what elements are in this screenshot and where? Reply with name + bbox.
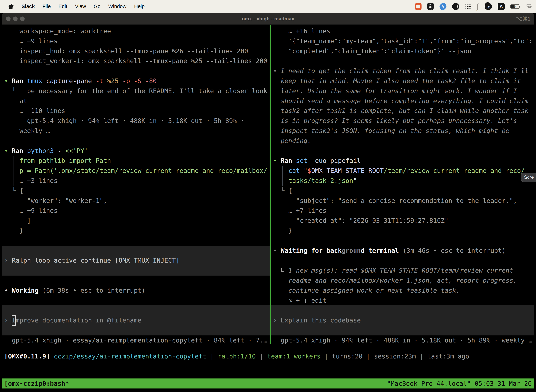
text-segment: last:3m ago xyxy=(427,353,469,360)
dots-grid-icon[interactable] xyxy=(465,3,471,10)
terminal-line xyxy=(2,325,270,336)
text-segment: task2 after task1 is complete, but can I… xyxy=(273,107,528,114)
menu-item-edit[interactable]: Edit xyxy=(58,4,67,9)
text-segment: weekly … xyxy=(4,127,50,134)
chat-icon[interactable] xyxy=(415,3,421,10)
keypad-icon[interactable] xyxy=(427,3,434,10)
indent-guide: │ xyxy=(4,156,19,166)
text-segment: … +16 lines xyxy=(273,27,330,35)
text-segment: later. Using the same for transition mig… xyxy=(273,87,517,94)
terminal-line: } xyxy=(271,226,534,236)
text-segment: p = Path('.omx/state/team/review-current… xyxy=(19,167,267,174)
terminal-line: … +110 lines xyxy=(2,106,270,116)
terminal-line xyxy=(271,305,534,315)
text-segment: inspect_hud: omx sparkshell --tmux-pane … xyxy=(4,47,248,55)
prompt-icon: › xyxy=(4,317,12,324)
apple-menu-icon[interactable] xyxy=(8,3,14,10)
terminal-line: └ { xyxy=(2,186,270,196)
working-status-line: • Working (6m 38s • esc to interrupt) xyxy=(2,285,270,296)
terminal-line: continue assigned work or next feasible … xyxy=(271,285,534,296)
text-segment: -p -S -80 xyxy=(122,77,157,84)
terminal-line: gpt-5.4 xhigh · 94% left · 488K in · 5.1… xyxy=(2,116,270,126)
indent-guide: │ xyxy=(273,176,288,186)
text-segment: continue assigned work or next feasible … xyxy=(273,287,460,294)
pane-bottom-border xyxy=(2,344,534,344)
corner-icon: └ xyxy=(4,187,19,194)
text-segment: { xyxy=(288,187,292,194)
text-segment: d terminal xyxy=(361,247,403,254)
prompt-input[interactable]: › Explain this codebase xyxy=(271,315,534,325)
text-segment: 1 new msg(s): read $OMX_TEAM_STATE_ROOT/… xyxy=(288,267,517,274)
menu-item-help[interactable]: Help xyxy=(134,4,145,9)
text-segment: … +7 lines xyxy=(273,207,326,214)
text-segment: ralph:1/10 xyxy=(218,353,256,360)
zap-icon[interactable]: ϟ xyxy=(440,3,446,10)
inject-banner: › Ralph loop active continue [OMX_TMUX_I… xyxy=(2,256,270,266)
terminal-line: is in progress? It seems likely but perh… xyxy=(271,116,534,126)
menu-item-file[interactable]: File xyxy=(43,4,51,9)
arc-icon[interactable] xyxy=(452,3,459,10)
terminal-line xyxy=(2,246,270,256)
terminal-line: │ tasks/task-2.json" xyxy=(271,176,534,186)
menu-item-go[interactable]: Go xyxy=(94,4,100,9)
ran-python-line: • Ran python3 - <<'PY' xyxy=(2,146,270,156)
terminal-line: … +7 lines xyxy=(271,206,534,216)
text-segment: be necessary for the end of the README. … xyxy=(19,87,267,94)
terminal-line xyxy=(271,325,534,336)
terminal-line xyxy=(2,305,270,315)
terminal-line xyxy=(271,146,534,156)
battery-icon[interactable]: ⚡ xyxy=(510,4,519,9)
menu-item-window[interactable]: Window xyxy=(108,4,126,9)
text-segment: - xyxy=(57,147,65,154)
tmux-session-window-label[interactable]: [omx-cczip0:bash* xyxy=(4,378,69,388)
pane-worker-1[interactable]: … +16 lines '{"team_name":"my-team","tas… xyxy=(271,25,534,344)
text-segment: tasks/task-2.json xyxy=(288,177,353,184)
wifi-icon[interactable] xyxy=(525,4,533,9)
text-segment: ⌥ + ↑ edit xyxy=(273,297,326,304)
terminal-line: │ from pathlib import Path xyxy=(2,156,270,166)
mailbox-hint-line: ↳ 1 new msg(s): read $OMX_TEAM_STATE_ROO… xyxy=(271,266,534,275)
indent-guide: │ xyxy=(4,166,19,176)
text-segment: python3 xyxy=(27,147,57,154)
terminal-line: '{"team_name":"my-team","task_id":"1","f… xyxy=(271,36,534,46)
text-segment: -t xyxy=(96,77,107,84)
pane-hud[interactable]: workspace_mode: worktree … +9 lines insp… xyxy=(2,25,270,344)
edit-hint-line: ⌥ + ↑ edit xyxy=(271,296,534,306)
terminal-line xyxy=(2,136,270,146)
text-segment: … +110 lines xyxy=(4,107,65,114)
menu-bar: Slack File Edit View Go Window Help ϟ ʃ … xyxy=(0,0,536,13)
terminal-line xyxy=(2,296,270,306)
screen-share-badge[interactable]: Scre xyxy=(521,173,536,182)
text-segment: should send a message before completing … xyxy=(273,97,528,104)
terminal-line xyxy=(2,66,270,76)
text-segment: -euo pipefail xyxy=(311,157,361,164)
text-segment: groun xyxy=(342,247,361,254)
text-segment: | xyxy=(206,353,218,360)
text-segment: [OMX#0.11.9] xyxy=(4,353,54,360)
bullet-icon: • xyxy=(273,67,281,75)
text-cursor: I xyxy=(12,315,16,325)
terminal-line: "subject": "send a concise recommendatio… xyxy=(271,196,534,206)
terminal-line: readme-and-reco/mailbox/worker-1.json, a… xyxy=(271,275,534,285)
text-segment: workspace_mode: worktree xyxy=(4,27,111,35)
hook-icon[interactable]: ʃ xyxy=(477,3,479,10)
terminal-line: at xyxy=(2,96,270,106)
text-segment: gpt-5.4 xhigh · essay/ai-reimplementatio… xyxy=(4,337,267,344)
window-title-bar[interactable]: omx --xhigh --madmax ⌥⌘1 xyxy=(2,13,534,25)
text-segment: readme-and-reco/mailbox/worker-1.json, a… xyxy=(273,277,517,284)
thinking-line: • I need to get the claim token from the… xyxy=(271,66,534,76)
text-segment: … +9 lines xyxy=(4,37,57,45)
menu-item-view[interactable]: View xyxy=(75,4,86,9)
terminal-line: workspace_mode: worktree xyxy=(2,26,270,36)
text-segment: '{"team_name":"my-team","task_id":"1","f… xyxy=(273,37,532,45)
prompt-input[interactable]: › Improve documentation in @filename xyxy=(2,315,270,325)
text-segment: <<'PY' xyxy=(65,147,88,154)
prompt-icon: › xyxy=(273,317,281,324)
terminal-line: keep that in mind. Maybe I also need the… xyxy=(271,76,534,86)
text-segment: is in progress? It seems likely but perh… xyxy=(273,117,517,124)
text-segment: /team/review-current-readme-and-reco/ xyxy=(384,167,525,174)
menu-app-name[interactable]: Slack xyxy=(21,4,35,9)
assistant-icon[interactable]: A xyxy=(498,3,505,10)
gauge-icon[interactable]: ..61 xyxy=(485,3,492,10)
text-segment: session:23m xyxy=(374,353,416,360)
